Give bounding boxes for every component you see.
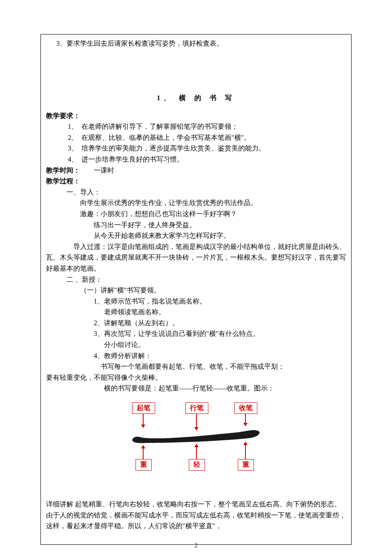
req-item: 3、培养学生的审美能力，逐步提高学生欣赏美、鉴赏美的能力。 (68, 143, 346, 154)
sec2-sub1: （一）讲解"横"书写要领。 (46, 285, 346, 296)
diagram-box-zhong2: 重 (238, 459, 254, 471)
sec1-subline: 练习出一手好字，使人终身受益。 (46, 220, 346, 231)
diagram-box-qibi: 起笔 (132, 402, 155, 414)
analysis-line2: 横的书写要领是：起笔重——行笔轻——收笔重。图示： (46, 383, 346, 394)
analysis-line1: 书写每一个笔画都要有起笔、行笔、收笔，不能平拖或平划； (46, 361, 346, 372)
arrow-up-icon (245, 442, 246, 459)
sec1-line: 激趣：小朋友们，想想自己也写出这样一手好字啊？ (46, 208, 346, 220)
page: 3、要求学生回去后请家长检查读写姿势，填好检查表。 1、 横 的 书 写 教学要… (0, 0, 392, 555)
content-frame: 3、要求学生回去后请家长检查读写姿势，填好检查表。 1、 横 的 书 写 教学要… (40, 34, 352, 545)
req-item: 4、进一步培养学生良好的书写习惯。 (68, 154, 346, 165)
section-1-head: 一、导入： (46, 187, 346, 198)
req-item: 1、在老师的讲解引导下，了解掌握铅笔字的书写要领； (68, 121, 346, 132)
arrow-up-icon (143, 445, 144, 459)
requirements-list: 1、在老师的讲解引导下，了解掌握铅笔字的书写要领； 2、在观察、比较、临摹的基础… (46, 121, 346, 165)
sec2-item-extra: 分小组讨论。 (46, 339, 346, 350)
sec2-item: 1、老师示范书写，指名说笔画名称。 (46, 296, 346, 307)
section-2-head: 二 、新授： (46, 274, 346, 285)
sec2-item: 2、讲解笔顺（从左到右）。 (46, 318, 346, 329)
sec1-line: 向学生展示优秀的学生作业，让学生欣赏优秀的书法作品。 (46, 197, 346, 208)
time-label: 教学时间： (46, 167, 80, 174)
sec2-item-extra: 老师领读笔画名称。 (46, 306, 346, 318)
explain-para-2: 由于人的视觉的错觉，横画不能写成水平，而应写成左低右高，收笔时稍按一下笔，使笔画… (46, 510, 346, 532)
transition-paragraph: 导入过渡：汉字是由笔画组成的，笔画是构成汉字的最小结构单位，就好比房屋是由砖头、… (46, 241, 346, 274)
time-value: 一课时 (80, 167, 114, 174)
req-item: 2、在观察、比较、临摹的基础上，学会书写基本笔画"横"。 (68, 132, 346, 143)
diagram-box-xingbi: 行笔 (185, 402, 208, 414)
page-number: 2 (0, 542, 392, 549)
previous-item-3: 3、要求学生回去后请家长检查读写姿势，填好检查表。 (46, 38, 346, 49)
arrow-up-icon (196, 444, 197, 459)
sec1-subline: 从今天开始老师就来教大家学习怎样写好字。 (46, 230, 346, 241)
explain-para-1: 详细讲解 起笔稍重、行笔向右较轻，收笔略向右按一下，整个笔画呈左低右高、向下俯势… (46, 499, 346, 510)
lesson-title: 1、 横 的 书 写 (46, 94, 346, 103)
diagram-box-shoubi: 收笔 (234, 402, 257, 414)
process-heading: 教学过程： (46, 176, 346, 187)
diagram-box-qing: 轻 (189, 459, 205, 471)
sec2-item: 3、再次范写，让学生说说自己看到的"横"有什么特点。 (46, 328, 346, 339)
sec2-item: 4、教师分析讲解： (46, 350, 346, 361)
time-row: 教学时间： 一课时 (46, 165, 346, 176)
analysis-line1b: 要有轻重变化，不能写得像个火柴棒。 (46, 372, 346, 383)
diagram-box-zhong1: 重 (135, 459, 152, 471)
spacer (46, 477, 346, 482)
requirements-heading: 教学要求： (46, 110, 346, 121)
stroke-diagram: 起笔 行笔 收笔 重 轻 重 (46, 402, 346, 471)
